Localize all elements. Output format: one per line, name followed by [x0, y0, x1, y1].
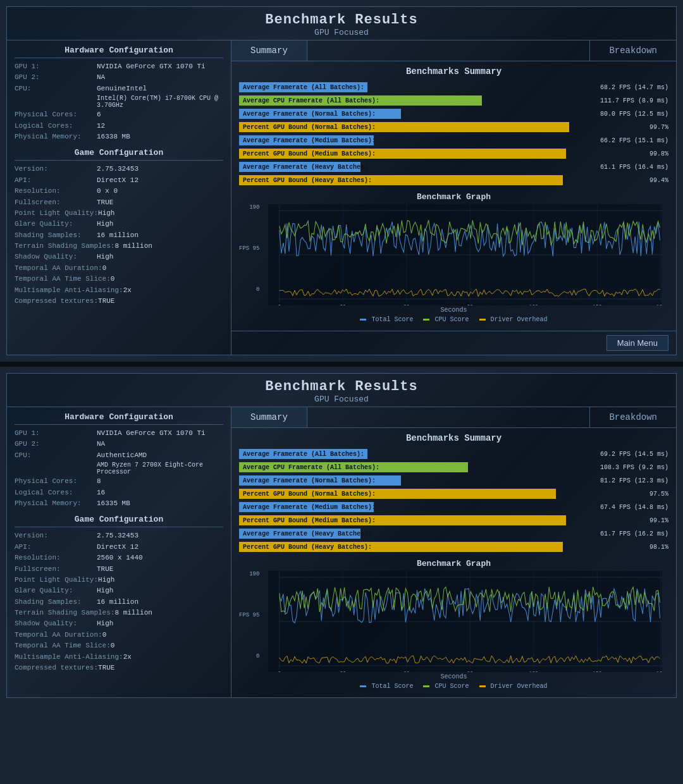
hw-phys-cores-row: Physical Cores: 6 [15, 110, 223, 119]
hw-phys-mem-value: 16335 MB [97, 499, 223, 508]
game-shadow-row: Shadow Quality:High [15, 252, 223, 262]
game-msaa-row: Multisample Anti-Aliasing:2x [15, 286, 223, 295]
svg-text:180: 180 [656, 304, 662, 305]
game-res-label: Resolution: [15, 187, 97, 196]
bench-row-7: Percent GPU Bound (Heavy Batches): 98.1% [239, 541, 668, 553]
bench-bar-label-5: Percent GPU Bound (Medium Batches): [243, 150, 376, 157]
bench-bar-label-6: Average Framerate (Heavy Batches): [243, 530, 372, 537]
hw-phys-cores-label: Physical Cores: [15, 477, 97, 486]
bench-bar-3: Percent GPU Bound (Normal Batches): [239, 489, 556, 499]
legend-checkmark-icon-1 [423, 685, 432, 689]
summary-panel-1: Summary Breakdown Benchmarks Summary Ave… [231, 407, 676, 697]
bench-row-4: Average Framerate (Medium Batches): 66.2… [239, 135, 668, 146]
hw-phys-cores-value: 6 [97, 110, 223, 119]
hw-panel-1: Hardware Configuration GPU 1: NVIDIA GeF… [7, 407, 231, 697]
game-temporal-dur-value: 0 [102, 264, 223, 273]
panel-body-0: Hardware Configuration GPU 1: NVIDIA GeF… [7, 40, 676, 355]
graph-svg-1: 0 30 60 90 120 150 180 [268, 571, 662, 672]
game-point-row: Point Light Quality:High [15, 575, 223, 585]
hw-gpu2-label: GPU 2: [15, 73, 97, 82]
game-version-value: 2.75.32453 [97, 531, 223, 541]
bench-bar-label-7: Percent GPU Bound (Heavy Batches): [243, 544, 372, 551]
game-fullscreen-row: Fullscreen:TRUE [15, 198, 223, 207]
bench-row-6: Average Framerate (Heavy Batches): 61.1 … [239, 161, 668, 173]
game-temporal-dur-row: Temporal AA Duration:0 [15, 264, 223, 273]
bench-bar-1: Average CPU Framerate (All Batches): [239, 95, 482, 106]
bench-bar-container-5: Percent GPU Bound (Medium Batches): [239, 149, 576, 159]
bench-value-7: 98.1% [580, 544, 668, 551]
svg-text:90: 90 [467, 671, 474, 672]
graph-y-axis-0: 190 FPS 95 0 [239, 204, 262, 305]
hw-gpu1-label: GPU 1: [15, 429, 97, 438]
bench-bar-label-7: Percent GPU Bound (Heavy Batches): [243, 177, 372, 184]
svg-text:30: 30 [340, 671, 347, 672]
bench-bar-0: Average Framerate (All Batches): [239, 82, 367, 92]
game-version-label: Version: [15, 531, 97, 541]
hw-gpu1-row: GPU 1: NVIDIA GeForce GTX 1070 Ti [15, 429, 223, 438]
game-terrain-value: 8 million [114, 242, 223, 251]
bench-bar-4: Average Framerate (Medium Batches): [239, 502, 374, 512]
hw-gpu1-label: GPU 1: [15, 62, 97, 71]
hw-phys-mem-value: 16338 MB [97, 132, 223, 142]
legend-label-2: Driver Overhead [491, 683, 548, 690]
bench-value-4: 66.2 FPS (15.1 ms) [580, 137, 668, 144]
legend-label-1: CPU Score [434, 316, 469, 323]
game-res-row: Resolution:2560 x 1440 [15, 553, 223, 563]
tab-breakdown-0[interactable]: Breakdown [589, 40, 676, 61]
hw-gpu2-value: NA [97, 439, 223, 449]
game-glare-row: Glare Quality:High [15, 219, 223, 229]
bench-bar-2: Average Framerate (Normal Batches): [239, 109, 401, 119]
game-res-row: Resolution:0 x 0 [15, 187, 223, 196]
bench-bar-1: Average CPU Framerate (All Batches): [239, 462, 468, 472]
game-point-label: Point Light Quality: [15, 575, 98, 585]
game-temporal-slice-value: 0 [111, 274, 223, 284]
bench-bar-container-7: Percent GPU Bound (Heavy Batches): [239, 175, 576, 185]
hw-log-cores-value: 16 [97, 488, 223, 498]
hw-phys-cores-label: Physical Cores: [15, 110, 97, 119]
game-api-row: API:DirectX 12 [15, 542, 223, 552]
summary-tabs-0: Summary Breakdown [231, 40, 676, 61]
game-glare-row: Glare Quality:High [15, 586, 223, 596]
game-section-title-0: Game Configuration [15, 148, 223, 161]
svg-rect-39 [360, 685, 366, 687]
svg-rect-18 [360, 319, 366, 321]
panel-title-0: Benchmark Results [7, 12, 676, 28]
game-shadow-label: Shadow Quality: [15, 619, 97, 628]
game-section-title-1: Game Configuration [15, 515, 223, 527]
legend-checkmark-icon-1 [423, 318, 432, 322]
hw-log-cores-label: Logical Cores: [15, 488, 97, 498]
graph-y-label: FPS 95 [239, 612, 259, 618]
bench-value-2: 80.0 FPS (12.5 ms) [580, 111, 668, 118]
hw-cpu-row: CPU: GenuineIntel [15, 84, 223, 94]
graph-y-bot: 0 [239, 653, 259, 659]
svg-text:0: 0 [278, 304, 281, 305]
game-temporal-dur-value: 0 [102, 630, 223, 640]
bench-row-3: Percent GPU Bound (Normal Batches): 97.5… [239, 488, 668, 499]
bench-bar-container-0: Average Framerate (All Batches): [239, 82, 576, 92]
bench-bar-6: Average Framerate (Heavy Batches): [239, 529, 360, 539]
tab-breakdown-1[interactable]: Breakdown [589, 407, 676, 427]
hw-gpu1-row: GPU 1: NVIDIA GeForce GTX 1070 Ti [15, 62, 223, 71]
game-shading-value: 16 million [97, 597, 223, 607]
main-menu-button[interactable]: Main Menu [606, 335, 668, 351]
hw-gpu1-value: NVIDIA GeForce GTX 1070 Ti [97, 62, 223, 71]
hw-gpu2-value: NA [97, 73, 223, 82]
hw-panel-0: Hardware Configuration GPU 1: NVIDIA GeF… [7, 40, 231, 355]
bench-bar-label-6: Average Framerate (Heavy Batches): [243, 164, 372, 171]
tab-summary-0[interactable]: Summary [231, 40, 307, 61]
svg-text:150: 150 [593, 671, 602, 672]
hw-gpu2-row: GPU 2: NA [15, 439, 223, 449]
bench-row-1: Average CPU Framerate (All Batches): 108… [239, 462, 668, 473]
game-msaa-label: Multisample Anti-Aliasing: [15, 652, 123, 662]
game-terrain-row: Terrain Shading Samples:8 million [15, 608, 223, 618]
graph-y-axis-1: 190 FPS 95 0 [239, 571, 262, 672]
game-temporal-dur-label: Temporal AA Duration: [15, 264, 102, 273]
bench-bar-label-1: Average CPU Framerate (All Batches): [243, 464, 379, 471]
tab-summary-1[interactable]: Summary [231, 407, 307, 427]
hw-phys-mem-row: Physical Memory: 16338 MB [15, 132, 223, 142]
benchmarks-title-0: Benchmarks Summary [239, 66, 668, 77]
game-temporal-slice-value: 0 [111, 641, 223, 651]
svg-text:0: 0 [278, 671, 281, 672]
legend-checkmark-icon-0 [360, 318, 369, 322]
bench-value-3: 97.5% [580, 491, 668, 498]
